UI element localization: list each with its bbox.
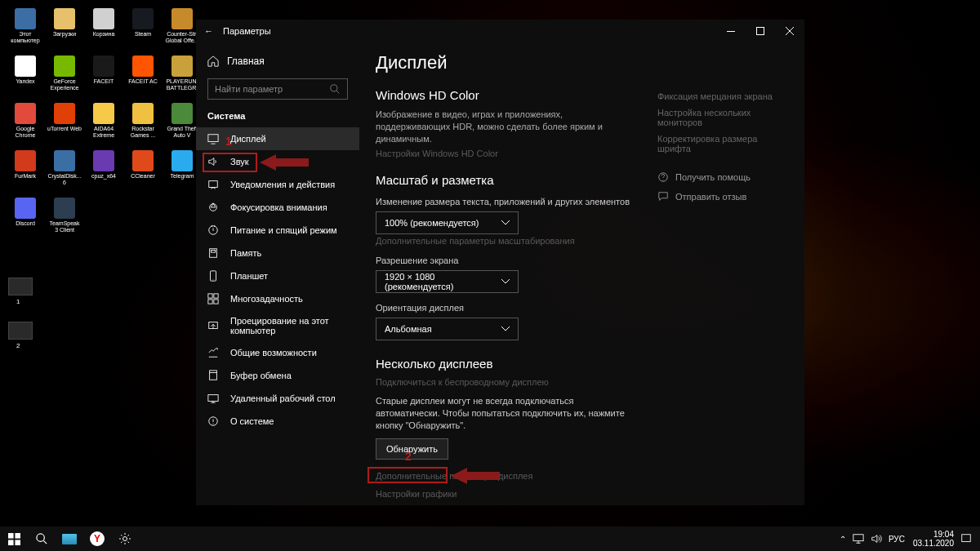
icon-label: Google Chrome xyxy=(8,126,42,139)
tray-volume-icon[interactable] xyxy=(871,533,882,544)
search-input[interactable] xyxy=(215,84,330,94)
maximize-button[interactable] xyxy=(746,20,775,42)
scale-dropdown[interactable]: 100% (рекомендуется) xyxy=(376,211,519,234)
icon-label: Telegram xyxy=(171,173,194,180)
desktop-icon[interactable]: AIDA64 Extreme xyxy=(85,101,122,145)
link-multi-monitor[interactable]: Настройка нескольких мониторов xyxy=(657,108,788,127)
app-icon xyxy=(132,150,154,171)
icon-label: Grand Theft Auto V xyxy=(165,126,199,139)
desktop-icon[interactable]: Корзина xyxy=(85,7,122,51)
icon-label: Корзина xyxy=(93,31,115,38)
icon-label: cpuz_x64 xyxy=(91,173,116,180)
app-icon xyxy=(15,8,36,29)
folder-thumbnail-2[interactable] xyxy=(8,322,33,340)
sidebar-item-icon xyxy=(207,393,219,404)
link-font-size[interactable]: Корректировка размера шрифта xyxy=(657,134,788,153)
get-help-link[interactable]: Получить помощь xyxy=(657,171,788,183)
sidebar-item-5[interactable]: Память xyxy=(196,242,359,264)
sidebar-item-icon xyxy=(207,156,219,167)
taskbar-explorer[interactable] xyxy=(56,527,83,551)
graphics-settings-link[interactable]: Настройки графики xyxy=(376,489,788,499)
taskbar: Y ⌃ РУС 19:04 03.11.2020 xyxy=(0,527,980,551)
link-fix-flicker[interactable]: Фиксация мерцания экрана xyxy=(657,91,788,101)
sidebar-item-7[interactable]: Многозадачность xyxy=(196,287,359,310)
tray-notifications-icon[interactable] xyxy=(960,533,972,544)
back-button[interactable]: ← xyxy=(204,26,213,36)
app-icon xyxy=(172,8,193,29)
desktop-icon[interactable]: Steam xyxy=(124,7,162,51)
tray-clock[interactable]: 19:04 03.11.2020 xyxy=(913,530,954,548)
sidebar-item-icon xyxy=(207,224,219,236)
sidebar-item-1[interactable]: Звук xyxy=(196,150,359,173)
svg-rect-23 xyxy=(15,533,20,539)
advanced-display-link[interactable]: Дополнительные параметры дисплея xyxy=(376,471,788,481)
desktop-icon[interactable]: CCleaner xyxy=(124,149,162,193)
orientation-dropdown[interactable]: Альбомная xyxy=(376,318,519,340)
desktop-icon[interactable]: cpuz_x64 xyxy=(85,149,122,193)
wireless-display-link[interactable]: Подключиться к беспроводному дисплею xyxy=(376,377,788,387)
minimize-button[interactable] xyxy=(716,20,746,42)
desktop-icon[interactable]: Google Chrome xyxy=(7,101,44,145)
sidebar-item-8[interactable]: Проецирование на этот компьютер xyxy=(196,310,359,341)
desktop-icon[interactable]: Yandex xyxy=(7,54,44,98)
settings-sidebar: Главная Система ДисплейЗвукУведомления и… xyxy=(196,42,359,505)
scale-advanced-link[interactable]: Дополнительные параметры масштабирования xyxy=(376,236,788,246)
app-icon xyxy=(15,56,36,77)
sidebar-item-label: Дисплей xyxy=(230,134,266,144)
taskbar-yandex[interactable]: Y xyxy=(83,527,111,551)
sidebar-item-6[interactable]: Планшет xyxy=(196,264,359,287)
window-title: Параметры xyxy=(223,26,271,36)
desktop-icons-grid: Этот компьютерЗагрузкиКорзинаSteamCounte… xyxy=(7,7,201,240)
sidebar-item-label: Общие возможности xyxy=(230,348,317,358)
svg-point-26 xyxy=(36,533,43,540)
desktop-icon[interactable]: uTorrent Web xyxy=(46,101,83,145)
folder-thumbnail-1[interactable] xyxy=(8,278,33,295)
desktop-icon[interactable]: Загрузки xyxy=(46,7,83,51)
app-icon xyxy=(54,198,75,219)
detect-button[interactable]: Обнаружить xyxy=(376,438,448,460)
desktop-icon[interactable]: Discord xyxy=(7,196,44,240)
icon-label: CCleaner xyxy=(131,173,155,180)
tray-language[interactable]: РУС xyxy=(889,535,905,544)
sidebar-item-label: Звук xyxy=(230,157,249,167)
sidebar-item-0[interactable]: Дисплей xyxy=(196,127,359,150)
tray-chevron-up-icon[interactable]: ⌃ xyxy=(840,535,846,544)
tray-date: 03.11.2020 xyxy=(913,539,954,548)
sidebar-item-10[interactable]: Буфер обмена xyxy=(196,364,359,387)
icon-label: Yandex xyxy=(16,78,34,85)
desktop-icon[interactable]: Этот компьютер xyxy=(7,7,44,51)
sidebar-item-label: Буфер обмена xyxy=(230,371,292,380)
sidebar-item-3[interactable]: Фокусировка внимания xyxy=(196,196,359,219)
get-help-label: Получить помощь xyxy=(675,172,751,182)
system-tray: ⌃ РУС 19:04 03.11.2020 xyxy=(836,530,980,548)
taskbar-settings[interactable] xyxy=(111,527,139,551)
sidebar-item-12[interactable]: О системе xyxy=(196,410,359,433)
taskbar-search[interactable] xyxy=(28,527,56,551)
feedback-link[interactable]: Отправить отзыв xyxy=(657,191,788,202)
sidebar-home[interactable]: Главная xyxy=(196,49,359,73)
annotation-number-2: 2 xyxy=(405,450,412,463)
tray-monitor-icon[interactable] xyxy=(853,533,864,544)
desktop-icon[interactable]: FACEIT xyxy=(85,54,122,98)
desktop-icon[interactable]: FACEIT AC xyxy=(124,54,162,98)
app-icon xyxy=(93,8,114,29)
desktop-icon[interactable]: Rockstar Games ... xyxy=(124,101,162,145)
related-links: Фиксация мерцания экрана Настройка неско… xyxy=(657,91,788,211)
icon-label: FACEIT AC xyxy=(128,78,158,85)
orientation-value: Альбомная xyxy=(385,324,432,334)
desktop-icon[interactable]: CrystalDisk... 6 xyxy=(46,149,83,193)
start-button[interactable] xyxy=(0,527,28,551)
app-icon xyxy=(93,103,114,124)
search-box[interactable] xyxy=(207,78,348,100)
svg-rect-8 xyxy=(211,251,215,253)
sidebar-item-11[interactable]: Удаленный рабочий стол xyxy=(196,387,359,410)
resolution-dropdown[interactable]: 1920 × 1080 (рекомендуется) xyxy=(376,270,519,293)
desktop-icon[interactable]: FurMark xyxy=(7,149,44,193)
close-button[interactable] xyxy=(775,20,804,42)
sidebar-item-4[interactable]: Питание и спящий режим xyxy=(196,219,359,242)
sidebar-item-2[interactable]: Уведомления и действия xyxy=(196,173,359,196)
sidebar-item-9[interactable]: Общие возможности xyxy=(196,341,359,364)
desktop-icon[interactable]: TeamSpeak 3 Client xyxy=(46,196,83,240)
hd-color-description: Изображение в видео, играх и приложениях… xyxy=(376,109,612,145)
desktop-icon[interactable]: GeForce Experience xyxy=(46,54,83,98)
